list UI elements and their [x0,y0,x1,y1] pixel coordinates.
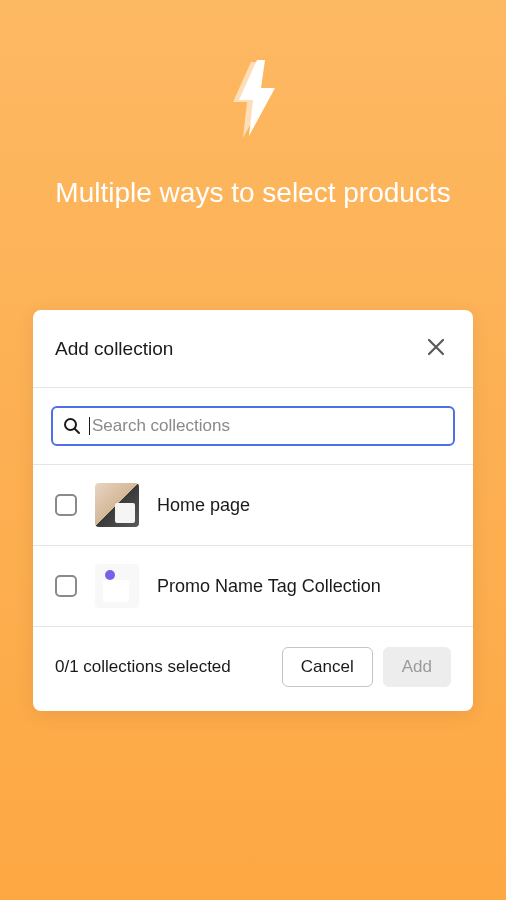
checkbox[interactable] [55,575,77,597]
add-button[interactable]: Add [383,647,451,687]
checkbox[interactable] [55,494,77,516]
search-section [33,388,473,465]
hero-section: Multiple ways to select products [0,0,506,212]
lightning-bolt-icon [221,60,285,144]
modal-title: Add collection [55,338,173,360]
hero-title: Multiple ways to select products [0,174,506,212]
modal-footer: 0/1 collections selected Cancel Add [33,627,473,711]
cancel-button[interactable]: Cancel [282,647,373,687]
modal-header: Add collection [33,310,473,388]
close-button[interactable] [421,332,451,365]
collection-label: Promo Name Tag Collection [157,576,381,597]
collection-thumbnail [95,564,139,608]
selection-status: 0/1 collections selected [55,657,231,677]
collection-label: Home page [157,495,250,516]
collection-row[interactable]: Home page [33,465,473,546]
collection-thumbnail [95,483,139,527]
add-collection-modal: Add collection Home page [33,310,473,711]
footer-actions: Cancel Add [282,647,451,687]
collection-row[interactable]: Promo Name Tag Collection [33,546,473,627]
search-box[interactable] [51,406,455,446]
search-icon [63,417,81,435]
search-input[interactable] [92,416,443,436]
text-caret [89,417,90,435]
close-icon [425,336,447,361]
